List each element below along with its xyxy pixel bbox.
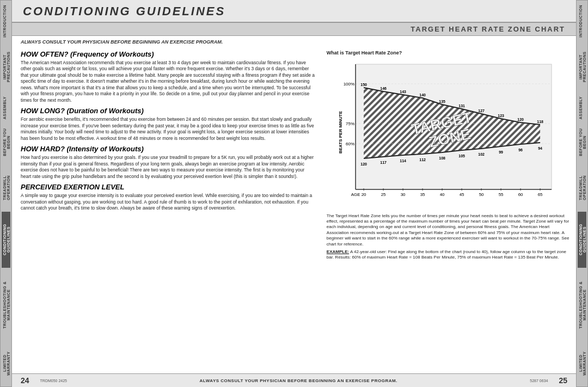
right-tab-assembly[interactable]: ASSEMBLY (578, 94, 586, 121)
svg-text:120: 120 (517, 118, 524, 121)
svg-text:131: 131 (458, 104, 465, 108)
right-tab-troubleshooting[interactable]: TROUBLESHOOTING & MAINTENANCE (578, 268, 586, 342)
svg-text:114: 114 (400, 159, 406, 163)
svg-text:25: 25 (381, 192, 385, 197)
left-tab-troubleshooting[interactable]: TROUBLESHOOTING & MAINTENANCE (2, 268, 10, 342)
svg-text:120: 120 (360, 162, 367, 166)
svg-text:118: 118 (537, 120, 543, 124)
how-long-title: HOW LONG? (Duration of Workouts) (21, 107, 316, 115)
svg-text:112: 112 (419, 158, 426, 162)
footer-notice: ALWAYS CONSULT YOUR PHYSICIAN BEFORE BEG… (200, 378, 397, 383)
svg-text:45: 45 (459, 192, 464, 197)
what-is-body: The Target Heart Rate Zone tells you the… (327, 213, 569, 247)
how-hard-text: How hard you exercise is also determined… (21, 155, 316, 180)
svg-text:99: 99 (499, 150, 503, 154)
left-column: HOW OFTEN? (Frequency of Workouts) The A… (12, 47, 322, 373)
svg-text:75%: 75% (346, 121, 354, 126)
example-label: EXAMPLE: (327, 249, 349, 254)
heart-rate-chart: 150 146 143 140 135 131 127 123 120 118 … (327, 59, 569, 211)
what-is-title: What is Target Heart Rate Zone? (327, 50, 402, 56)
svg-text:40: 40 (439, 192, 444, 197)
svg-text:20: 20 (361, 192, 366, 197)
example-text: A 42-year-old user: Find age along the b… (327, 249, 566, 260)
svg-text:35: 35 (420, 192, 425, 197)
svg-text:143: 143 (400, 90, 406, 94)
right-tab-introduction[interactable]: INTRODUCTION (578, 3, 586, 40)
right-tab-before[interactable]: BEFORE YOU BEGIN (578, 121, 586, 163)
physician-notice-top: ALWAYS CONSULT YOUR PHYSICIAN BEFORE BEG… (12, 36, 576, 47)
how-often-title: HOW OFTEN? (Frequency of Workouts) (21, 50, 316, 58)
svg-text:30: 30 (400, 192, 405, 197)
right-side-tabs: INTRODUCTION IMPORTANT PRECAUTIONS ASSEM… (576, 0, 588, 387)
svg-text:100%: 100% (343, 82, 354, 87)
left-tab-before[interactable]: BEFORE YOU BEGIN (2, 121, 10, 163)
left-tab-introduction[interactable]: INTRODUCTION (2, 3, 10, 40)
right-column: What is Target Heart Rate Zone? (322, 47, 576, 373)
left-tab-assembly[interactable]: ASSEMBLY (2, 94, 10, 121)
left-tab-precautions[interactable]: IMPORTANT PRECAUTIONS (2, 40, 10, 94)
svg-text:108: 108 (439, 156, 445, 160)
page-footer: 24 TRDM050 2425 ALWAYS CONSULT YOUR PHYS… (12, 373, 576, 387)
what-is-text: The Target Heart Rate Zone tells you the… (327, 213, 569, 247)
page-title: CONDITIONING GUIDELINES (23, 4, 565, 19)
right-tab-precautions[interactable]: IMPORTANT PRECAUTIONS (578, 40, 586, 94)
sub-header: TARGET HEART RATE ZONE CHART (12, 23, 576, 36)
left-tab-conditioning[interactable]: CONDITIONING GUIDELINES (2, 212, 10, 268)
chart-svg: 150 146 143 140 135 131 127 123 120 118 … (327, 59, 569, 211)
right-tab-conditioning[interactable]: CONDITIONING GUIDELINES (578, 212, 586, 268)
how-long-section: HOW LONG? (Duration of Workouts) For aer… (21, 107, 316, 142)
svg-text:127: 127 (478, 109, 485, 113)
svg-text:150: 150 (360, 83, 367, 87)
svg-text:94: 94 (538, 146, 542, 150)
svg-text:146: 146 (380, 87, 387, 90)
page-header: CONDITIONING GUIDELINES (12, 0, 576, 23)
left-side-tabs: INTRODUCTION IMPORTANT PRECAUTIONS ASSEM… (0, 0, 12, 387)
svg-text:AGE: AGE (351, 192, 360, 197)
how-often-text: The American Heart Association recommend… (21, 60, 316, 103)
svg-text:105: 105 (458, 154, 465, 158)
how-often-section: HOW OFTEN? (Frequency of Workouts) The A… (21, 50, 316, 103)
main-content: CONDITIONING GUIDELINES TARGET HEART RAT… (12, 0, 576, 387)
perceived-exertion-section: PERCEIVED EXERTION LEVEL A simple way to… (21, 183, 316, 211)
svg-text:96: 96 (518, 148, 523, 152)
left-tab-treadmill[interactable]: TREADMILL OPERATION (2, 163, 10, 212)
what-is-section: What is Target Heart Rate Zone? (327, 50, 569, 57)
right-tab-treadmill[interactable]: TREADMILL OPERATION (578, 163, 586, 212)
right-tab-warranty[interactable]: LIMITED WARRANTY (578, 342, 586, 384)
svg-text:135: 135 (439, 100, 445, 103)
svg-text:102: 102 (478, 152, 485, 156)
svg-text:60: 60 (518, 192, 523, 197)
page-number-right: 25 (559, 376, 567, 385)
svg-text:60%: 60% (346, 142, 354, 146)
content-body: HOW OFTEN? (Frequency of Workouts) The A… (12, 47, 576, 373)
svg-text:123: 123 (498, 114, 504, 118)
svg-text:117: 117 (380, 161, 387, 164)
how-long-text: For aerobic exercise benefits, it's reco… (21, 116, 316, 142)
footer-code-right: 5287 0634 (530, 379, 548, 383)
physician-notice-text: ALWAYS CONSULT YOUR PHYSICIAN BEFORE BEG… (21, 37, 567, 46)
svg-text:65: 65 (537, 192, 542, 197)
svg-text:BEATS PER MINUTE: BEATS PER MINUTE (338, 110, 343, 153)
example-section: EXAMPLE: A 42-year-old user: Find age al… (327, 249, 569, 261)
how-hard-title: HOW HARD? (Intensity of Workouts) (21, 145, 316, 153)
pe-title: PERCEIVED EXERTION LEVEL (21, 183, 316, 191)
svg-text:50: 50 (479, 192, 483, 197)
pe-text: A simple way to gauge your exercise inte… (21, 193, 316, 211)
svg-text:55: 55 (498, 192, 503, 197)
page-number-left: 24 (21, 376, 29, 385)
left-tab-warranty[interactable]: LIMITED WARRANTY (2, 342, 10, 384)
how-hard-section: HOW HARD? (Intensity of Workouts) How ha… (21, 145, 316, 180)
svg-text:140: 140 (419, 93, 426, 97)
footer-code-left: TRDM050 2425 (40, 379, 67, 383)
